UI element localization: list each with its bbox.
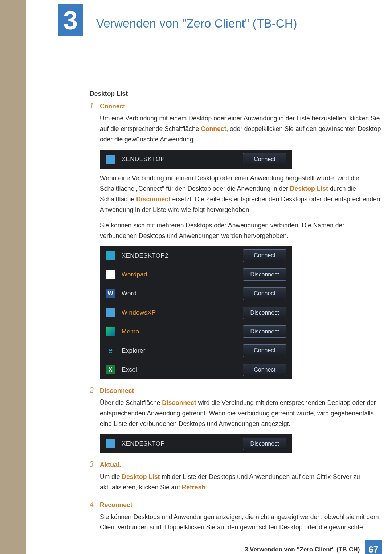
item-heading: Disconnect bbox=[100, 386, 381, 396]
connect-button[interactable]: Connect bbox=[243, 364, 286, 376]
content: Desktop List 1 Connect Um eine Verbindun… bbox=[26, 41, 392, 538]
desktop-row: X Excel Connect bbox=[100, 360, 292, 379]
numbered-item: 2 Disconnect Über die Schaltfläche Disco… bbox=[90, 386, 381, 457]
paragraph: Über die Schaltfläche Disconnect wird di… bbox=[100, 398, 381, 429]
desktop-icon bbox=[106, 251, 115, 260]
item-heading: Reconnect bbox=[100, 500, 381, 510]
page-footer: 3 Verwenden von "Zero Client" (TB-CH) 67 bbox=[245, 540, 382, 554]
connect-button[interactable]: Connect bbox=[243, 249, 286, 262]
paragraph: Sie können Desktops und Anwendungen anze… bbox=[100, 512, 381, 533]
desktop-label: Excel bbox=[122, 365, 243, 375]
connect-button[interactable]: Connect bbox=[243, 287, 286, 300]
highlight: Desktop List bbox=[290, 185, 328, 192]
disconnect-button[interactable]: Disconnect bbox=[243, 268, 286, 281]
item-number: 1 bbox=[90, 101, 100, 383]
desktop-row: XENDESKTOP2 Connect bbox=[100, 246, 292, 265]
desktop-label: XENDESKTOP bbox=[122, 439, 243, 449]
desktop-row: W Word Connect bbox=[100, 284, 292, 303]
highlight: Connect bbox=[201, 125, 226, 132]
paragraph: Um die Desktop List mit der Liste der De… bbox=[100, 472, 381, 493]
desktop-label: Wordpad bbox=[122, 270, 243, 280]
desktop-row: XENDESKTOP Connect bbox=[100, 150, 292, 169]
footer-text: 3 Verwenden von "Zero Client" (TB-CH) bbox=[245, 545, 360, 554]
desktop-row: e Explorer Connect bbox=[100, 341, 292, 360]
item-number: 3 bbox=[90, 460, 100, 498]
desktop-list-panel: XENDESKTOP Connect bbox=[100, 150, 292, 169]
item-number: 4 bbox=[90, 500, 100, 538]
desktop-row: Wordpad Disconnect bbox=[100, 265, 292, 284]
highlight: Disconnect bbox=[162, 399, 196, 406]
item-heading: Connect bbox=[100, 101, 381, 112]
connect-button[interactable]: Connect bbox=[243, 153, 286, 165]
numbered-item: 3 Aktual. Um die Desktop List mit der Li… bbox=[90, 460, 381, 498]
desktop-label: Memo bbox=[122, 327, 243, 337]
desktop-row: XENDESKTOP Disconnect bbox=[100, 434, 292, 453]
paragraph: Sie können sich mit mehreren Desktops od… bbox=[100, 220, 381, 241]
chapter-number-box: 3 bbox=[58, 4, 83, 36]
connect-button[interactable]: Connect bbox=[243, 344, 286, 357]
numbered-item: 1 Connect Um eine Verbindung mit einem D… bbox=[90, 101, 381, 383]
paragraph: Wenn eine Verbindung mit einem Desktop o… bbox=[100, 173, 381, 215]
word-icon: W bbox=[106, 289, 115, 298]
chapter-title: Verwenden von "Zero Client" (TB-CH) bbox=[96, 4, 297, 37]
chapter-header: 3 Verwenden von "Zero Client" (TB-CH) bbox=[26, 0, 392, 41]
excel-icon: X bbox=[106, 365, 115, 374]
page-number: 67 bbox=[365, 540, 382, 554]
desktop-list-panel: XENDESKTOP Disconnect bbox=[100, 434, 292, 453]
desktop-icon bbox=[106, 155, 115, 164]
desktop-list-panel-multi: XENDESKTOP2 Connect Wordpad Disconnect W… bbox=[100, 246, 292, 379]
item-number: 2 bbox=[90, 386, 100, 457]
desktop-icon bbox=[106, 439, 115, 448]
highlight: Desktop List bbox=[122, 473, 160, 480]
desktop-row: Memo Disconnect bbox=[100, 322, 292, 341]
desktop-row: WindowsXP Disconnect bbox=[100, 303, 292, 322]
explorer-icon: e bbox=[106, 346, 115, 356]
desktop-label: XENDESKTOP bbox=[122, 154, 243, 164]
desktop-label: Word bbox=[122, 288, 243, 299]
highlight: Disconnect bbox=[136, 196, 170, 203]
section-title: Desktop List bbox=[90, 89, 381, 99]
disconnect-button[interactable]: Disconnect bbox=[243, 325, 286, 338]
wordpad-icon bbox=[106, 270, 115, 279]
highlight: Refresh bbox=[182, 484, 205, 491]
desktop-label: WindowsXP bbox=[122, 308, 243, 318]
item-heading: Aktual. bbox=[100, 460, 381, 470]
disconnect-button[interactable]: Disconnect bbox=[243, 438, 286, 450]
numbered-item: 4 Reconnect Sie können Desktops und Anwe… bbox=[90, 500, 381, 538]
chapter-number: 3 bbox=[63, 0, 78, 42]
desktop-label: XENDESKTOP2 bbox=[122, 251, 243, 261]
disconnect-button[interactable]: Disconnect bbox=[243, 307, 286, 319]
page: 3 Verwenden von "Zero Client" (TB-CH) De… bbox=[26, 0, 392, 554]
memo-icon bbox=[106, 327, 115, 336]
windowsxp-icon bbox=[106, 308, 115, 317]
paragraph: Um eine Verbindung mit einem Desktop ode… bbox=[100, 113, 381, 145]
desktop-label: Explorer bbox=[122, 346, 243, 356]
